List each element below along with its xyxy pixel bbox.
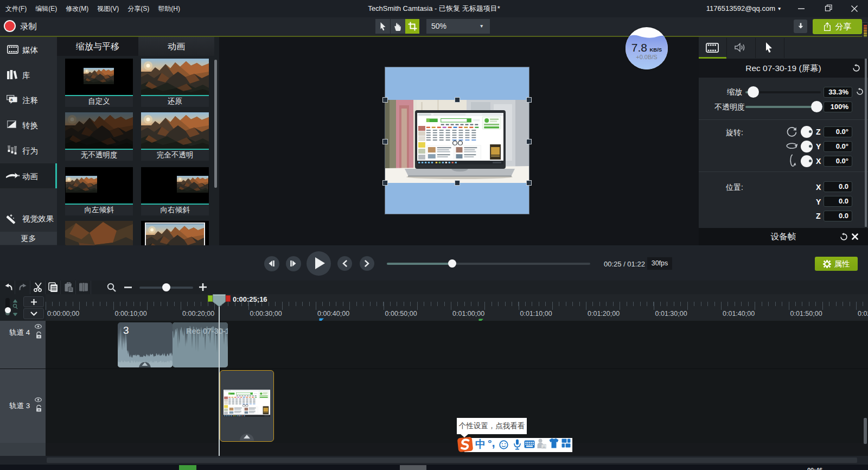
- svg-text:a: a: [10, 97, 13, 102]
- svg-text:11: 11: [542, 445, 546, 448]
